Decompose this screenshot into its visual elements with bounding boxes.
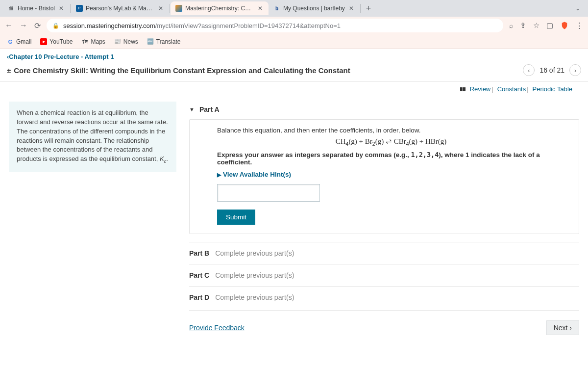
breadcrumb-label: Chapter 10 Pre-Lecture - Attempt 1 bbox=[9, 53, 114, 60]
part-b-msg: Complete previous part(s) bbox=[215, 249, 294, 257]
tab-separator bbox=[70, 4, 71, 13]
tab-pearson[interactable]: P Pearson's MyLab & Mastering ✕ bbox=[71, 1, 169, 15]
part-b-row: Part B Complete previous part(s) bbox=[189, 242, 579, 264]
forward-icon[interactable]: → bbox=[20, 21, 27, 30]
browser-address-bar: ← → ⟳ 🔒 session.masteringchemistry.com/m… bbox=[0, 17, 588, 34]
answer-input[interactable] bbox=[217, 184, 320, 202]
bookmark-label: News bbox=[123, 38, 138, 45]
breadcrumb-link[interactable]: ‹Chapter 10 Pre-Lecture - Attempt 1 bbox=[7, 53, 114, 60]
plusminus-icon: ± bbox=[7, 66, 11, 75]
tab-home-bristol[interactable]: 🏛 Home - Bristol ✕ bbox=[3, 1, 70, 15]
maps-icon: 🗺 bbox=[82, 38, 89, 45]
main-column: ▼ Part A Balance this equation, and then… bbox=[189, 102, 579, 335]
intro-subscript: c bbox=[164, 159, 167, 164]
close-icon[interactable]: ✕ bbox=[348, 5, 355, 12]
part-d-label: Part D bbox=[189, 293, 209, 301]
next-button[interactable]: Next › bbox=[546, 320, 579, 335]
review-icon bbox=[460, 85, 466, 93]
tab-favicon: b bbox=[273, 5, 280, 12]
part-c-msg: Complete previous part(s) bbox=[215, 271, 294, 279]
intro-text-box: When a chemical reaction is at equilibri… bbox=[9, 102, 176, 172]
tab-favicon: 🏛 bbox=[8, 5, 15, 12]
separator: | bbox=[491, 85, 493, 93]
part-a-body: Balance this equation, and then enter th… bbox=[189, 119, 579, 234]
tab-separator bbox=[170, 4, 170, 13]
content-area: When a chemical reaction is at equilibri… bbox=[0, 93, 588, 335]
chemical-equation: CH4(g) + Br2(g) ⇌ CBr4(g) + HBr(g) bbox=[217, 137, 565, 147]
browser-tabbar: 🏛 Home - Bristol ✕ P Pearson's MyLab & M… bbox=[0, 0, 588, 17]
bookmark-star-icon[interactable]: ☆ bbox=[533, 21, 539, 30]
toolbar-links: Review | Constants | Periodic Table bbox=[0, 81, 588, 93]
url-domain: session.masteringchemistry.com bbox=[63, 22, 155, 29]
submit-button[interactable]: Submit bbox=[217, 210, 255, 225]
tab-label: MasteringChemistry: Chapter 1 bbox=[185, 5, 254, 12]
part-b-label: Part B bbox=[189, 249, 209, 257]
page-title: Core Chemistry Skill: Writing the Equili… bbox=[14, 66, 523, 75]
part-c-label: Part C bbox=[189, 271, 209, 279]
intro-symbol: K bbox=[160, 155, 164, 162]
translate-icon: 🔤 bbox=[147, 38, 154, 45]
caret-down-icon: ▼ bbox=[189, 106, 195, 112]
bookmark-label: Translate bbox=[156, 38, 181, 45]
part-c-row: Part C Complete previous part(s) bbox=[189, 264, 579, 286]
bookmarks-bar: GGmail ▶YouTube 🗺Maps 📰News 🔤Translate bbox=[0, 34, 588, 49]
gmail-icon: G bbox=[7, 38, 14, 45]
bookmark-youtube[interactable]: ▶YouTube bbox=[40, 38, 73, 45]
instr-code: 1,2,3,4 bbox=[411, 151, 439, 158]
news-icon: 📰 bbox=[114, 38, 121, 45]
caret-right-icon: ▶ bbox=[217, 172, 221, 178]
pager: ‹ 16 of 21 › bbox=[523, 64, 581, 76]
intro-text: When a chemical reaction is at equilibri… bbox=[17, 109, 168, 162]
provide-feedback-link[interactable]: Provide Feedback bbox=[189, 324, 245, 332]
new-tab-button[interactable]: + bbox=[361, 3, 376, 14]
bookmark-label: Gmail bbox=[16, 38, 31, 45]
share-icon[interactable]: ⇪ bbox=[520, 21, 526, 30]
bookmark-maps[interactable]: 🗺Maps bbox=[82, 38, 105, 45]
tabs-menu-icon[interactable]: ⌄ bbox=[575, 5, 580, 12]
tab-label: My Questions | bartleby bbox=[283, 5, 345, 12]
lock-icon: 🔒 bbox=[52, 23, 59, 29]
url-path: /myct/itemView?assignmentProblemID=19437… bbox=[155, 22, 341, 29]
bookmark-news[interactable]: 📰News bbox=[114, 38, 138, 45]
pager-next-button[interactable]: › bbox=[569, 64, 581, 76]
close-icon[interactable]: ✕ bbox=[157, 5, 164, 12]
youtube-icon: ▶ bbox=[40, 38, 47, 45]
back-icon[interactable]: ← bbox=[5, 21, 13, 30]
part-d-msg: Complete previous part(s) bbox=[215, 293, 294, 301]
bookmark-label: Maps bbox=[91, 38, 105, 45]
tab-favicon bbox=[175, 5, 182, 12]
title-row: ± Core Chemistry Skill: Writing the Equi… bbox=[0, 62, 588, 81]
instr-pre: Express your answer as integers separate… bbox=[217, 151, 411, 158]
search-icon[interactable]: ⌕ bbox=[509, 22, 513, 29]
tab-label: Home - Bristol bbox=[18, 5, 55, 12]
menu-dots-icon[interactable]: ⋮ bbox=[576, 21, 583, 30]
page-body: ‹Chapter 10 Pre-Lecture - Attempt 1 ± Co… bbox=[0, 49, 588, 335]
constants-link[interactable]: Constants bbox=[497, 85, 526, 93]
reload-icon[interactable]: ⟳ bbox=[34, 21, 41, 30]
part-a-header[interactable]: ▼ Part A bbox=[189, 102, 579, 119]
periodic-table-link[interactable]: Periodic Table bbox=[533, 85, 572, 93]
tab-label: Pearson's MyLab & Mastering bbox=[86, 5, 154, 12]
view-hints-toggle[interactable]: ▶View Available Hint(s) bbox=[217, 171, 565, 178]
part-d-row: Part D Complete previous part(s) bbox=[189, 286, 579, 308]
close-icon[interactable]: ✕ bbox=[257, 5, 264, 12]
review-link[interactable]: Review bbox=[470, 85, 491, 93]
part-a-label: Part A bbox=[199, 105, 220, 113]
bookmark-translate[interactable]: 🔤Translate bbox=[147, 38, 181, 45]
sidebar-toggle-icon[interactable]: ▢ bbox=[546, 21, 553, 30]
tab-separator bbox=[360, 4, 361, 13]
tab-bartleby[interactable]: b My Questions | bartleby ✕ bbox=[269, 1, 360, 15]
tab-mastering-chemistry[interactable]: MasteringChemistry: Chapter 1 ✕ bbox=[171, 1, 269, 15]
url-input[interactable]: 🔒 session.masteringchemistry.com/myct/it… bbox=[47, 19, 503, 32]
question-text: Balance this equation, and then enter th… bbox=[217, 127, 565, 134]
pager-prev-button[interactable]: ‹ bbox=[523, 64, 535, 76]
bookmark-gmail[interactable]: GGmail bbox=[7, 38, 31, 45]
breadcrumb: ‹Chapter 10 Pre-Lecture - Attempt 1 bbox=[0, 49, 588, 62]
footer-row: Provide Feedback Next › bbox=[189, 310, 579, 335]
bookmark-label: YouTube bbox=[49, 38, 73, 45]
close-icon[interactable]: ✕ bbox=[58, 5, 65, 12]
pager-label: 16 of 21 bbox=[539, 66, 564, 74]
tab-favicon: P bbox=[76, 5, 83, 12]
answer-instructions: Express your answer as integers separate… bbox=[217, 151, 565, 166]
brave-shields-icon[interactable] bbox=[560, 21, 569, 30]
